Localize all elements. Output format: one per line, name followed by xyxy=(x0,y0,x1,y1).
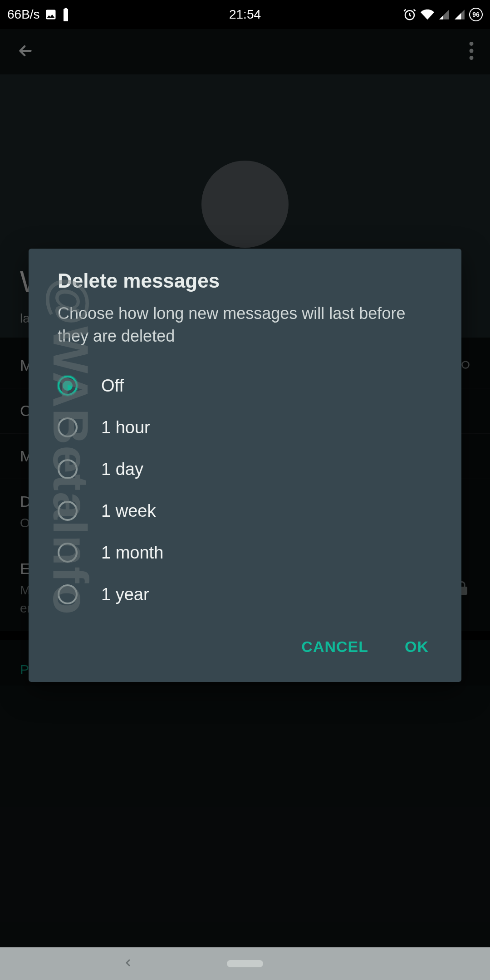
radio-indicator xyxy=(58,543,78,563)
delete-messages-dialog: Delete messages Choose how long new mess… xyxy=(29,249,461,682)
radio-label: 1 hour xyxy=(101,418,150,437)
radio-group: Off1 hour1 day1 week1 month1 year xyxy=(29,360,461,620)
dialog-title: Delete messages xyxy=(29,270,461,302)
radio-option[interactable]: 1 day xyxy=(29,448,461,490)
dialog-description: Choose how long new messages will last b… xyxy=(29,302,461,360)
ok-button[interactable]: OK xyxy=(401,632,432,661)
radio-label: 1 year xyxy=(101,585,149,604)
radio-indicator xyxy=(58,417,78,437)
radio-label: 1 week xyxy=(101,501,156,521)
radio-indicator xyxy=(58,376,78,396)
radio-indicator xyxy=(58,584,78,604)
radio-option[interactable]: Off xyxy=(29,365,461,407)
radio-label: 1 day xyxy=(101,460,143,479)
radio-option[interactable]: 1 year xyxy=(29,573,461,615)
radio-option[interactable]: 1 hour xyxy=(29,407,461,448)
radio-label: 1 month xyxy=(101,543,163,563)
cancel-button[interactable]: CANCEL xyxy=(298,632,372,661)
radio-option[interactable]: 1 week xyxy=(29,490,461,532)
radio-indicator xyxy=(58,459,78,479)
radio-indicator xyxy=(58,501,78,521)
radio-label: Off xyxy=(101,376,124,396)
radio-option[interactable]: 1 month xyxy=(29,532,461,573)
